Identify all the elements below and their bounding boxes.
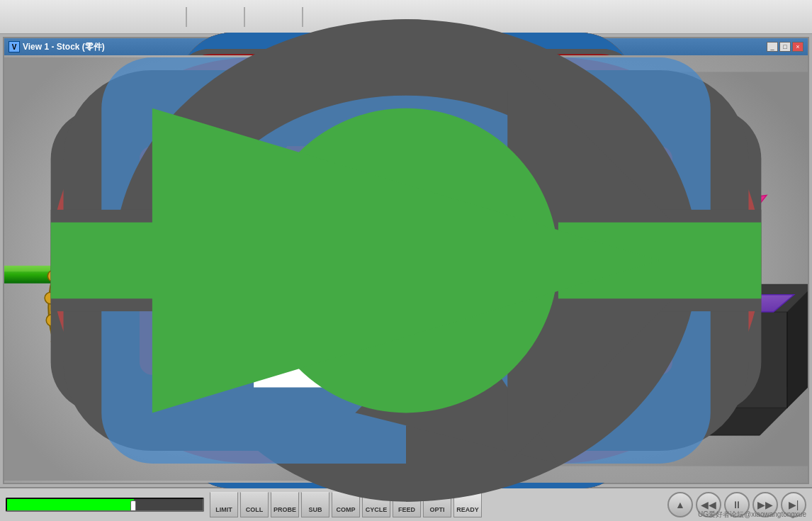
watermark: UG爱好者论坛@xiaowangtongxue bbox=[698, 510, 806, 520]
statusbar: LIMIT COLL PROBE bbox=[0, 487, 812, 521]
ready-icon bbox=[462, 496, 473, 505]
svg-marker-162 bbox=[152, 108, 660, 413]
status-buttons: LIMIT COLL PROBE bbox=[210, 492, 482, 517]
ready-button[interactable]: READY bbox=[453, 492, 482, 517]
